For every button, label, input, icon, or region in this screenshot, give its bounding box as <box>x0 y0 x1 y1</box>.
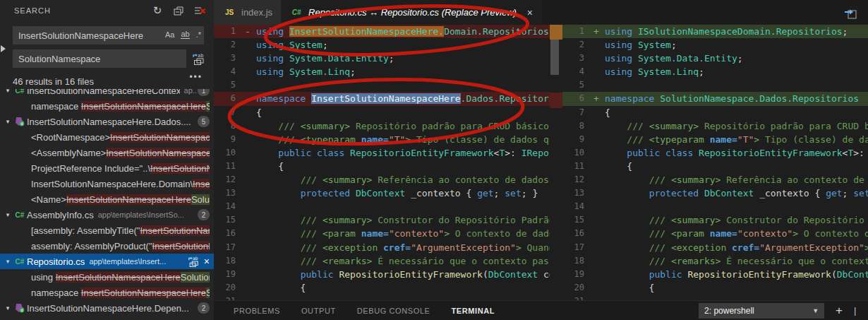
code-token: public class <box>278 148 350 158</box>
search-input-row: Aa ab .* <box>13 26 204 45</box>
twisty-expanded-icon[interactable]: ▾ <box>3 118 13 125</box>
refresh-icon[interactable]: ↻ <box>150 4 164 18</box>
modified-code-line[interactable]: 13 protected DbContext _contexto { get; … <box>562 186 868 200</box>
original-code-line[interactable]: 4using System.Linq; <box>214 65 550 78</box>
replace-all-in-file-icon[interactable]: ab <box>188 256 199 267</box>
modified-code-line[interactable]: 5 <box>562 78 868 92</box>
diff-overview-ruler[interactable] <box>550 25 562 300</box>
modified-code-line[interactable]: 16 /// <param name="contexto"> O context… <box>562 227 868 240</box>
modified-code-line[interactable]: 10 public class RepositorioEntityFramewo… <box>562 146 868 160</box>
modified-code-line[interactable]: 3using System.Data.Entity; <box>562 52 868 65</box>
search-match-row[interactable]: [assembly: AssemblyTitle("InsertSolution… <box>0 223 214 238</box>
modified-code-line[interactable]: 7{ <box>562 106 868 119</box>
line-number: 3 <box>562 52 593 65</box>
diff-modified-pane[interactable]: 1+using ISolutionNamespaceDomain.Reposit… <box>562 25 868 300</box>
modified-code-line[interactable]: 19 public RepositorioEntityFramework(DbC… <box>562 268 868 281</box>
modified-code-line[interactable]: 20 { <box>562 281 868 295</box>
match-count-badge: 1 <box>198 89 210 96</box>
original-code-line[interactable]: 8 /// <summary> Repositório padrão para … <box>214 119 550 133</box>
overview-deleted-marker <box>550 93 562 108</box>
search-result-file-row[interactable]: ▾dInsertSolutionNamespaceHere.Dados....5 <box>0 114 214 129</box>
regex-icon[interactable]: .* <box>196 30 201 39</box>
original-code-line[interactable]: 7{ <box>214 106 550 119</box>
original-code-line[interactable]: 17 /// <exception cref="ArgumentExceptio… <box>214 241 550 254</box>
original-code-line[interactable]: 10 public class RepositorioEntityFramewo… <box>214 146 550 160</box>
original-code-line[interactable]: 15 /// <summary> Construtor do Repositór… <box>214 213 550 227</box>
search-match-row[interactable]: <RootNamespace>InsertSolutionNamespace..… <box>0 129 214 145</box>
modified-code-line[interactable]: 17 /// <exception cref="ArgumentExceptio… <box>562 241 868 254</box>
modified-code-line[interactable]: 9 /// <typeparam name="T"> Tipo (classe)… <box>562 133 868 146</box>
collapse-all-icon[interactable] <box>171 4 186 18</box>
kill-terminal-icon[interactable]: | <box>854 305 858 316</box>
modified-code-line[interactable]: 12 /// <summary> Referência ao contexto … <box>562 173 868 186</box>
original-code-line[interactable]: 18 /// <remarks> É necessário que o cont… <box>214 254 550 268</box>
modified-code-line[interactable]: 6+namespace SolutionNamespace.Dados.Repo… <box>562 92 868 105</box>
diff-original-pane[interactable]: 1-using InsertSolutionNamespaceHere.Doma… <box>214 25 550 300</box>
panel-tab-output[interactable]: OUTPUT <box>301 307 336 315</box>
search-result-file-row[interactable]: ▾C#Repositorio.csapp\templates\Insert...… <box>0 254 214 269</box>
twisty-expanded-icon[interactable]: ▾ <box>3 211 13 218</box>
search-match-row[interactable]: InsertSolutionNamespaceHere.Domain\Inser… <box>0 176 214 191</box>
panel-tab-debug-console[interactable]: DEBUG CONSOLE <box>357 307 430 315</box>
original-code-line[interactable]: 3using System.Data.Entity; <box>214 52 550 65</box>
original-code-line[interactable]: 20 { <box>214 281 550 295</box>
search-result-file-row[interactable]: ▾C#InsertSolutionNamespaceHereContext.cs… <box>0 89 214 98</box>
original-code-line[interactable]: 11 { <box>214 160 550 173</box>
terminal-select[interactable]: 2: powershell ▼ <box>699 303 824 319</box>
original-code-line[interactable]: 16 /// <param name="contexto"> O context… <box>214 227 550 240</box>
search-match-row[interactable]: <AssemblyName>InsertSolutionNamespace... <box>0 145 214 160</box>
original-code-line[interactable]: 21 <box>214 295 550 300</box>
search-match-row[interactable]: using InsertSolutionNamespaceHereSolutio… <box>0 269 214 285</box>
panel-tab-problems[interactable]: PROBLEMS <box>234 307 280 315</box>
search-match-row[interactable]: ProjectReference Include="..\InsertSolut… <box>0 160 214 176</box>
replace-input[interactable] <box>13 49 186 68</box>
modified-code-line[interactable]: 18 /// <remarks> É necessário que o cont… <box>562 254 868 268</box>
modified-code-line[interactable]: 11 { <box>562 160 868 173</box>
tab-index-js[interactable]: JSindex.js <box>214 0 281 25</box>
modified-code-line[interactable]: 15 /// <summary> Construtor do Repositór… <box>562 213 868 227</box>
toggle-replace-icon[interactable] <box>1 45 6 52</box>
search-result-file-row[interactable]: ▾C#AssemblyInfo.csapp\templates\InsertSo… <box>0 207 214 223</box>
toggle-search-details-icon[interactable]: ••• <box>189 72 203 82</box>
whole-word-icon[interactable]: ab <box>181 30 189 39</box>
match-case-icon[interactable]: Aa <box>165 30 174 39</box>
original-code-line[interactable]: 2using System; <box>214 38 550 52</box>
code-token: ; <box>494 188 505 198</box>
original-code-line[interactable]: 12 /// <summary> Referência ao contexto … <box>214 173 550 186</box>
search-match-row[interactable]: assembly: AssemblyProduct("InsertSolutio… <box>0 238 214 254</box>
code-token: using <box>256 53 289 64</box>
modified-code-line[interactable]: 1+using ISolutionNamespaceDomain.Reposit… <box>562 25 868 38</box>
panel-tab-terminal[interactable]: TERMINAL <box>452 307 495 315</box>
search-result-file-row[interactable]: ▾dInsertSolutionNamespaceHere.Depen...2 <box>0 300 214 316</box>
search-match-row[interactable]: namespace InsertSolutionNamespaceHereSo.… <box>0 98 214 114</box>
search-match-row[interactable]: <Name>InsertSolutionNamespaceHereSolut..… <box>0 191 214 207</box>
clear-search-results-icon[interactable] <box>193 4 207 18</box>
modified-code-line[interactable]: 14 <box>562 200 868 213</box>
original-code-line[interactable]: 5 <box>214 78 550 92</box>
code-token: <summary> <box>323 215 372 225</box>
scrollbar-slider[interactable] <box>550 40 559 75</box>
new-terminal-icon[interactable]: + <box>836 304 843 318</box>
open-preview-icon[interactable] <box>843 5 858 20</box>
modified-code-line[interactable]: 21 <box>562 295 868 300</box>
modified-code-line[interactable]: 4using System.Linq; <box>562 65 868 78</box>
twisty-expanded-icon[interactable]: ▾ <box>3 258 13 265</box>
dismiss-file-icon[interactable]: × <box>204 256 210 266</box>
original-code-line[interactable]: 14 <box>214 200 550 213</box>
original-code-line[interactable]: 6-namespace InsertSolutionNamespaceHere.… <box>214 92 550 105</box>
code-token: ; <box>350 66 356 77</box>
tab-replace-preview[interactable]: C#Repositorio.cs ↔ Repositorio.cs (Repla… <box>281 0 541 25</box>
modified-code-line[interactable]: 2using System; <box>562 38 868 52</box>
original-code-line[interactable]: 9 /// <typeparam name="T"> Tipo (classe)… <box>214 133 550 146</box>
original-code-line[interactable]: 1-using InsertSolutionNamespaceHere.Doma… <box>214 25 550 38</box>
original-code-line[interactable]: 19 public RepositorioEntityFramework(DbC… <box>214 268 550 281</box>
twisty-expanded-icon[interactable]: ▾ <box>3 89 13 94</box>
code-token <box>256 256 301 266</box>
diff-sign: + <box>593 25 605 38</box>
search-match-row[interactable]: namespace InsertSolutionNamespaceHereSo.… <box>0 285 214 300</box>
replace-all-icon[interactable]: ab <box>192 52 205 65</box>
close-tab-icon[interactable]: × <box>527 7 533 18</box>
original-code-line[interactable]: 13 protected DbContext _contexto { get; … <box>214 186 550 200</box>
modified-code-line[interactable]: 8 /// <summary> Repositório padrão para … <box>562 119 868 133</box>
twisty-expanded-icon[interactable]: ▾ <box>3 304 13 312</box>
